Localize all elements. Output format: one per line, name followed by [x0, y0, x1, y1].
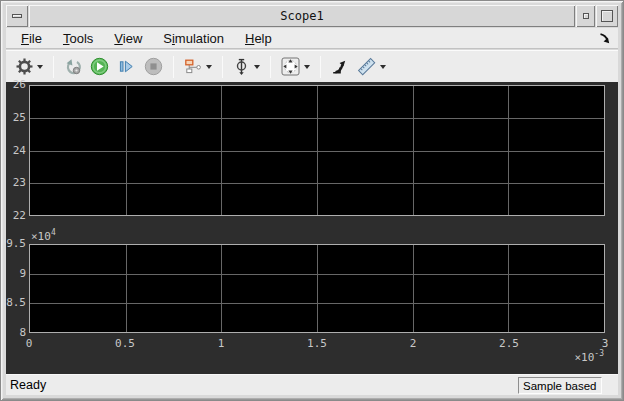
statusbar: Ready Sample based [6, 374, 618, 395]
menu-simulation[interactable]: Simulation [154, 29, 233, 48]
top-plot-area[interactable] [29, 85, 605, 216]
window-menu-dash-icon [12, 14, 22, 18]
highlight-block-icon [184, 58, 202, 75]
y-tick-label: 9.5 [6, 238, 26, 250]
run-button[interactable] [86, 54, 113, 80]
gridline-v [221, 245, 222, 332]
trigger-button[interactable] [229, 54, 264, 80]
peak-finder-button[interactable] [327, 54, 353, 80]
scope-window: Scope1 File Tools View Simulation Help [0, 0, 624, 401]
exponent-base: ×10 [574, 351, 594, 364]
minimize-button[interactable] [576, 5, 595, 27]
scale-axes-button[interactable] [277, 54, 314, 80]
menu-file[interactable]: File [12, 29, 51, 48]
gridline-v [508, 245, 509, 332]
bottom-plot-area[interactable] [29, 244, 605, 333]
chevron-down-icon [254, 65, 260, 69]
chevron-down-icon [37, 65, 43, 69]
y-tick-label: 9 [19, 268, 26, 280]
maximize-icon [601, 10, 613, 22]
trigger-icon [233, 58, 250, 76]
x-tick-label: 2 [410, 337, 417, 350]
toolbar-separator [320, 56, 321, 78]
scope-canvas: 26 25 24 23 22 ×104 9.5 9 8.5 8 [6, 82, 618, 375]
x-axis-exponent-label: ×10-3 [574, 349, 604, 364]
gridline-v [317, 245, 318, 332]
window-title: Scope1 [29, 5, 575, 27]
y-tick-label: 8.5 [6, 297, 26, 309]
menubar: File Tools View Simulation Help [6, 28, 618, 49]
exponent-power: 4 [51, 228, 56, 237]
toolbar [6, 50, 618, 82]
x-tick-label: 0.5 [115, 337, 135, 350]
x-tick-label: 1 [218, 337, 225, 350]
stop-button[interactable] [140, 54, 167, 80]
scale-axes-icon [281, 57, 300, 76]
minimize-icon [583, 13, 589, 19]
top-plot-y-axis: 26 25 24 23 22 [6, 79, 26, 222]
measurements-button[interactable] [353, 54, 390, 80]
maximize-button[interactable] [596, 5, 618, 27]
y-tick-label: 24 [13, 145, 26, 157]
titlebar[interactable]: Scope1 [6, 5, 618, 27]
gridline-v [413, 245, 414, 332]
step-forward-button[interactable] [113, 54, 140, 80]
y-tick-label: 22 [13, 210, 26, 222]
x-tick-label: 1.5 [307, 337, 327, 350]
ruler-icon [357, 57, 376, 76]
step-back-button[interactable] [60, 54, 86, 80]
status-message: Ready [10, 378, 46, 392]
toolbar-separator [173, 56, 174, 78]
stop-icon [144, 57, 163, 76]
exponent-base: ×10 [31, 230, 51, 243]
exponent-power: -3 [594, 349, 604, 358]
x-tick-label: 0 [26, 337, 33, 350]
toolbar-separator [222, 56, 223, 78]
step-forward-icon [117, 57, 136, 76]
sample-mode-indicator: Sample based [518, 377, 602, 394]
dock-figure-arrow-icon[interactable] [598, 32, 611, 45]
gridline-h [30, 274, 604, 275]
gridline-h [30, 183, 604, 184]
menu-tools[interactable]: Tools [54, 29, 102, 48]
y-tick-label: 26 [13, 79, 26, 91]
run-icon [90, 57, 109, 76]
chevron-down-icon [380, 65, 386, 69]
gear-icon [16, 58, 33, 75]
chevron-down-icon [206, 65, 212, 69]
chevron-down-icon [304, 65, 310, 69]
menu-help[interactable]: Help [236, 29, 281, 48]
toolbar-separator [53, 56, 54, 78]
x-tick-label: 2.5 [499, 337, 519, 350]
gridline-v [126, 245, 127, 332]
step-back-icon [64, 58, 82, 76]
bottom-plot-y-axis: 9.5 9 8.5 8 [6, 238, 26, 339]
gridline-h [30, 118, 604, 119]
window-menu-button[interactable] [6, 5, 28, 27]
highlight-simulink-block-button[interactable] [180, 54, 216, 80]
gridline-h [30, 151, 604, 152]
y-tick-label: 23 [13, 177, 26, 189]
toolbar-separator [270, 56, 271, 78]
menu-view[interactable]: View [105, 29, 151, 48]
y-tick-label: 25 [13, 112, 26, 124]
gridline-h [30, 303, 604, 304]
peak-finder-icon [331, 58, 349, 76]
configuration-properties-button[interactable] [12, 54, 47, 80]
y-axis-exponent-label: ×104 [31, 228, 56, 243]
